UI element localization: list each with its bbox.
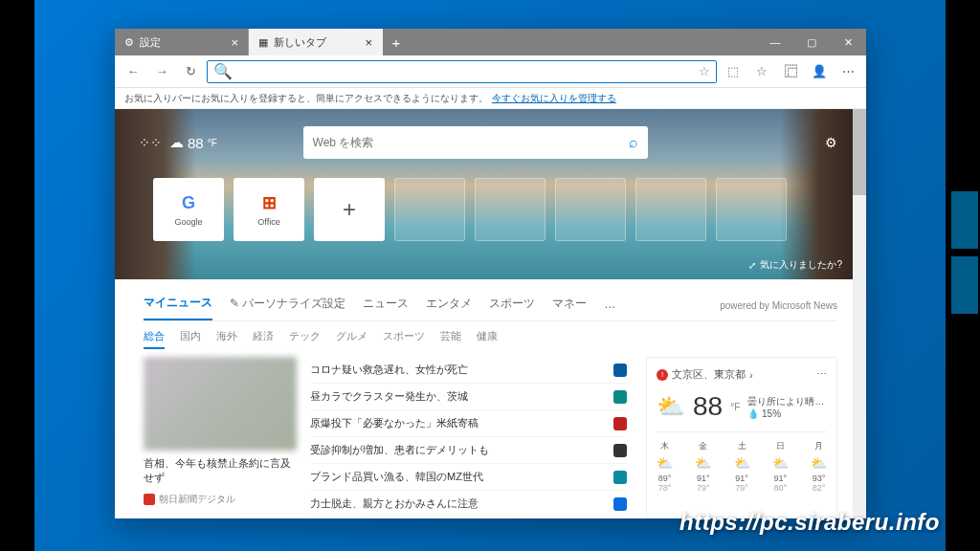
toolbar: ← → ↻ 🔍 ☆ ⬚ ☆ ⿸ 👤 ⋯ [115,55,866,88]
quick-link-tile[interactable] [394,178,465,241]
subnav-item[interactable]: スポーツ [383,329,425,349]
scrollbar[interactable] [853,109,866,518]
maximize-button[interactable]: ▢ [793,29,830,55]
favorites-bar: お気に入りバーにお気に入りを登録すると、簡単にアクセスできるようになります。 今… [115,88,866,109]
subnav-item[interactable]: 経済 [253,329,274,349]
close-button[interactable]: ✕ [830,29,866,55]
feed-nav-item[interactable]: スポーツ [489,292,535,320]
letterbox-left [0,0,34,551]
conditions: 曇り所により晴… [747,395,824,408]
story-image [144,357,297,451]
subnav-item[interactable]: 海外 [216,329,237,349]
forecast-day[interactable]: 月⛅93°82° [811,440,827,493]
profile-icon[interactable]: 👤 [807,59,832,84]
waffle-icon[interactable]: ⁘⁘ [139,131,162,154]
story-source: 朝日新聞デジタル [144,493,297,506]
weather-location: ! 文京区、東京都 › ⋯ [657,367,827,382]
news-row[interactable]: コロナ疑い救急遅れ、女性が死亡 [310,357,627,384]
tab-settings[interactable]: ⚙ 設定 × [115,29,249,55]
hero-search[interactable]: ⌕ [303,126,648,159]
browser-window: ⚙ 設定 × ▦ 新しいタブ × + — ▢ ✕ ← → ↻ 🔍 ☆ ⬚ ☆ ⿸… [115,29,866,518]
quick-link-tile[interactable] [475,178,546,241]
menu-button[interactable]: ⋯ [835,59,860,84]
favorite-star-icon[interactable]: ☆ [699,64,710,78]
quick-link-tile[interactable] [555,178,626,241]
address-input[interactable] [238,65,693,78]
quick-link-tile[interactable]: + [314,178,385,241]
quick-links: GGoogle⊞Office+ [153,178,787,241]
search-icon[interactable]: ⌕ [629,134,638,151]
tab-label: 設定 [140,35,161,50]
watermark: https://pc.siraberu.info [679,509,940,536]
news-row[interactable]: 力士脱走、親方とおかみさんに注意 [310,491,627,518]
weather-card[interactable]: ! 文京区、東京都 › ⋯ ⛅ 88 °F 曇り所により晴… 💧 15% [646,357,837,518]
news-row[interactable]: 原爆投下「必要なかった」米紙寄稿 [310,410,627,437]
subnav-item[interactable]: 健康 [477,329,498,349]
temp-unit: °F [730,402,740,412]
precip: 💧 15% [747,408,824,419]
hero-search-input[interactable] [313,136,629,149]
feed-nav-item[interactable]: … [604,294,615,319]
forecast-day[interactable]: 土⛅91°79° [734,440,750,493]
translate-icon[interactable]: ⬚ [721,59,746,84]
subnav-item[interactable]: テック [289,329,321,349]
expand-icon: ⤢ [748,260,756,271]
forecast-day[interactable]: 日⛅91°80° [772,440,789,493]
story-title: 首相、今年も核禁止条約に言及せず [144,456,297,485]
weather-icon: ☁ [169,134,184,151]
subnav-item[interactable]: 国内 [180,329,201,349]
quick-link-tile[interactable] [716,178,787,241]
gear-icon: ⚙ [124,36,134,49]
feed-nav-item[interactable]: マネー [552,292,587,320]
windows-start-tiles [951,191,980,335]
scrollbar-thumb[interactable] [853,109,866,195]
feed-nav-item[interactable]: マイニュース [144,291,212,320]
location-label: 文京区、東京都 [672,367,746,382]
quick-link-tile[interactable]: ⊞Office [234,178,304,241]
hero-liked[interactable]: ⤢ 気に入りましたか? [748,258,842,272]
minimize-button[interactable]: — [757,29,793,55]
feed-nav-item[interactable]: ニュース [363,292,409,320]
subnav-item[interactable]: グルメ [336,329,368,349]
subnav-item[interactable]: 芸能 [440,329,461,349]
news-row[interactable]: ブランド品買い漁る、韓国のMZ世代 [310,464,627,491]
forecast-day[interactable]: 金⛅91°79° [695,440,711,493]
more-icon[interactable]: ⋯ [816,368,827,381]
new-tab-button[interactable]: + [383,29,410,55]
tab-label: 新しいタブ [274,35,326,50]
quick-link-tile[interactable] [635,178,706,241]
news-column: 首相、今年も核禁止条約に言及せず 朝日新聞デジタル コロナ疑い救急遅れ、女性が死… [144,357,627,518]
forecast-day[interactable]: 木⛅89°78° [657,440,673,493]
newtab-icon: ▦ [258,36,268,49]
close-icon[interactable]: × [231,35,238,50]
subnav-item[interactable]: 総合 [144,329,165,349]
news-row[interactable]: 離脱の連鎖、堀田茜らオスカー退社へ [310,518,627,518]
news-row[interactable]: 昼カラでクラスター発生か、茨城 [310,384,627,410]
feed-nav-item[interactable]: エンタメ [426,292,472,320]
source-icon [144,494,155,505]
favbar-link[interactable]: 今すぐお気に入りを管理する [492,92,616,105]
hero-temp: 88 [188,135,204,151]
address-bar[interactable]: 🔍 ☆ [207,60,717,83]
powered-by: powered by Microsoft News [720,300,837,311]
forward-button[interactable]: → [149,59,174,84]
feed-nav-item[interactable]: ✎ パーソナライズ設定 [230,292,345,320]
refresh-button[interactable]: ↻ [178,59,203,84]
back-button[interactable]: ← [121,59,145,84]
chevron-right-icon: › [749,369,753,381]
hero-liked-label: 気に入りましたか? [760,258,842,272]
window-controls: — ▢ ✕ [757,29,866,55]
hero-weather[interactable]: ☁ 88 °F [169,134,217,151]
feed-subnav: 総合国内海外経済テックグルメスポーツ芸能健康 [144,321,837,357]
collections-icon[interactable]: ⿸ [778,59,803,84]
settings-gear-icon[interactable]: ⚙ [819,131,842,154]
favorites-icon[interactable]: ☆ [749,59,774,84]
feed-nav: マイニュース✎ パーソナライズ設定ニュースエンタメスポーツマネー…powered… [144,291,837,321]
top-story-card[interactable]: 首相、今年も核禁止条約に言及せず 朝日新聞デジタル [144,357,297,518]
tab-newtab[interactable]: ▦ 新しいタブ × [249,29,383,55]
close-icon[interactable]: × [365,35,372,50]
news-row[interactable]: 受診抑制が増加、患者にデメリットも [310,437,627,464]
quick-link-tile[interactable]: GGoogle [153,178,224,241]
search-icon: 🔍 [213,62,233,80]
feed: マイニュース✎ パーソナライズ設定ニュースエンタメスポーツマネー…powered… [115,279,866,518]
